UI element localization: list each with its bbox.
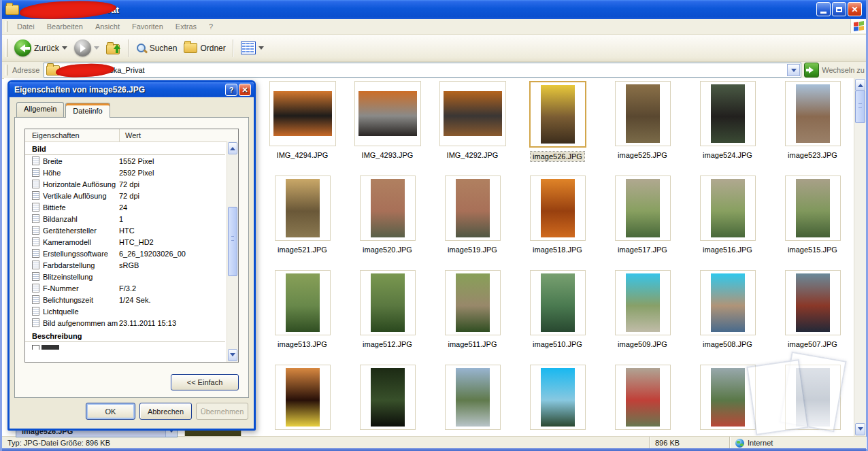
file-item[interactable]: image516.JPG [685, 174, 770, 269]
simple-view-button[interactable]: << Einfach [171, 374, 239, 390]
tab-allgemein[interactable]: Allgemein [16, 102, 64, 117]
folders-button[interactable]: Ordner [180, 41, 229, 54]
address-input[interactable]: \\ photo\Supinska_Privat [44, 63, 801, 78]
property-row[interactable]: Belichtungszeit1/24 Sek. [25, 294, 227, 305]
dialog-help-button[interactable]: ? [225, 84, 237, 96]
status-zone: Internet [748, 439, 773, 447]
thumbnail [445, 176, 501, 241]
property-name: Bild aufgenommen am [43, 319, 119, 327]
menu-item-favoriten[interactable]: Favoriten [126, 20, 169, 33]
file-item[interactable]: image521.JPG [260, 174, 345, 269]
property-row[interactable]: F-NummerF/3.2 [25, 282, 227, 294]
dialog-close-button[interactable]: ✕ [239, 84, 251, 96]
menu-item-[interactable]: ? [203, 20, 219, 33]
file-item[interactable] [600, 363, 685, 436]
scroll-up-button[interactable] [228, 142, 237, 154]
up-button[interactable] [103, 41, 124, 56]
file-item[interactable]: image517.JPG [600, 174, 685, 269]
rebar-grip[interactable] [5, 39, 8, 57]
file-item[interactable] [515, 363, 600, 436]
cancel-button[interactable]: Abbrechen [139, 403, 192, 420]
ok-button[interactable]: OK [86, 403, 135, 420]
file-item[interactable]: image510.JPG [515, 269, 600, 363]
address-dropdown-button[interactable] [787, 64, 800, 76]
search-button[interactable]: Suchen [133, 41, 181, 55]
file-item[interactable]: image518.JPG [515, 174, 600, 269]
thumbnail [529, 81, 586, 148]
dialog-body: AllgemeinDateiinfo Eigenschaften Wert Bi… [10, 97, 254, 429]
close-button[interactable]: ✕ [848, 2, 862, 16]
file-item[interactable] [345, 363, 430, 436]
forward-dropdown-icon[interactable] [94, 46, 99, 52]
file-item[interactable]: image523.JPG [770, 80, 854, 174]
rebar-grip[interactable] [5, 21, 8, 31]
property-row[interactable]: FarbdarstellungsRGB [25, 259, 227, 271]
property-row[interactable]: Blitzeinstellung [25, 271, 227, 282]
list-scrollbar[interactable] [227, 141, 238, 362]
go-button[interactable] [804, 63, 819, 78]
file-item[interactable]: image515.JPG [770, 174, 854, 269]
scrollbar-thumb[interactable] [855, 90, 865, 123]
property-value: 72 dpi [119, 180, 139, 188]
file-item[interactable] [430, 363, 515, 436]
file-item[interactable]: image509.JPG [600, 269, 685, 363]
search-label: Suchen [150, 44, 178, 53]
thumbnail [360, 176, 416, 241]
file-item[interactable]: IMG_4293.JPG [345, 80, 430, 174]
file-item[interactable]: image507.JPG [770, 269, 854, 363]
property-row[interactable]: Lichtquelle [25, 305, 227, 317]
file-item[interactable]: IMG_4292.JPG [430, 80, 515, 174]
vertical-scrollbar[interactable] [854, 78, 866, 436]
property-row[interactable]: Bildanzahl1 [25, 213, 227, 224]
property-row[interactable]: KameramodellHTC_HD2 [25, 236, 227, 248]
maximize-button[interactable] [832, 2, 846, 16]
file-item[interactable]: IMG_4294.JPG [260, 80, 345, 174]
property-name: Belichtungszeit [43, 296, 119, 304]
property-row[interactable]: Höhe2592 Pixel [25, 167, 227, 178]
property-value: 2592 Pixel [119, 169, 154, 177]
file-item[interactable]: image512.JPG [345, 269, 430, 363]
file-item[interactable]: image508.JPG [685, 269, 770, 363]
property-row[interactable]: Bittiefe24 [25, 201, 227, 213]
property-row[interactable]: Breite1552 Pixel [25, 155, 227, 167]
menu-item-ansicht[interactable]: Ansicht [89, 20, 126, 33]
file-item[interactable] [260, 363, 345, 436]
file-item[interactable]: image511.JPG [430, 269, 515, 363]
scroll-down-button[interactable] [228, 349, 237, 361]
minimize-button[interactable] [816, 2, 831, 16]
file-item[interactable]: image513.JPG [260, 269, 345, 363]
property-name: Erstellungssoftware [43, 250, 119, 258]
file-item[interactable] [770, 363, 854, 436]
back-dropdown-icon[interactable] [62, 46, 67, 52]
file-item[interactable]: image519.JPG [430, 174, 515, 269]
property-name: Lichtquelle [43, 307, 119, 316]
file-label: image512.JPG [361, 339, 414, 349]
scrollbar-thumb[interactable] [228, 207, 237, 276]
property-row[interactable]: Horizontale Auflösung72 dpi [25, 178, 227, 190]
menu-item-extras[interactable]: Extras [169, 20, 203, 33]
rebar-grip[interactable] [5, 65, 8, 76]
file-item[interactable]: image524.JPG [685, 80, 770, 174]
file-item[interactable]: image526.JPG [515, 80, 600, 174]
scroll-down-button[interactable] [855, 423, 865, 435]
column-header-property[interactable]: Eigenschaften [25, 129, 120, 141]
tab-dateiinfo[interactable]: Dateiinfo [65, 103, 110, 118]
property-row[interactable]: Bild aufgenommen am23.11.2011 15:13 [25, 317, 227, 329]
thumbnail-image [796, 368, 830, 427]
views-button[interactable] [237, 40, 267, 56]
menu-item-datei[interactable]: Datei [11, 20, 41, 33]
file-item[interactable]: image520.JPG [345, 174, 430, 269]
back-button[interactable]: Zurück [11, 38, 71, 58]
search-icon [136, 43, 147, 54]
file-item[interactable]: image525.JPG [600, 80, 685, 174]
scroll-up-button[interactable] [855, 79, 865, 91]
property-row[interactable]: Vertikale Auflösung72 dpi [25, 190, 227, 201]
property-row[interactable]: Erstellungssoftware6_26_19203026_00 [25, 248, 227, 259]
file-label: image523.JPG [786, 150, 839, 160]
menu-item-bearbeiten[interactable]: Bearbeiten [41, 20, 89, 33]
property-row[interactable]: GeräteherstellerHTC [25, 224, 227, 236]
forward-button[interactable] [71, 38, 103, 58]
views-dropdown-icon[interactable] [258, 46, 264, 52]
file-item[interactable] [685, 363, 770, 436]
column-header-value[interactable]: Wert [120, 131, 238, 139]
